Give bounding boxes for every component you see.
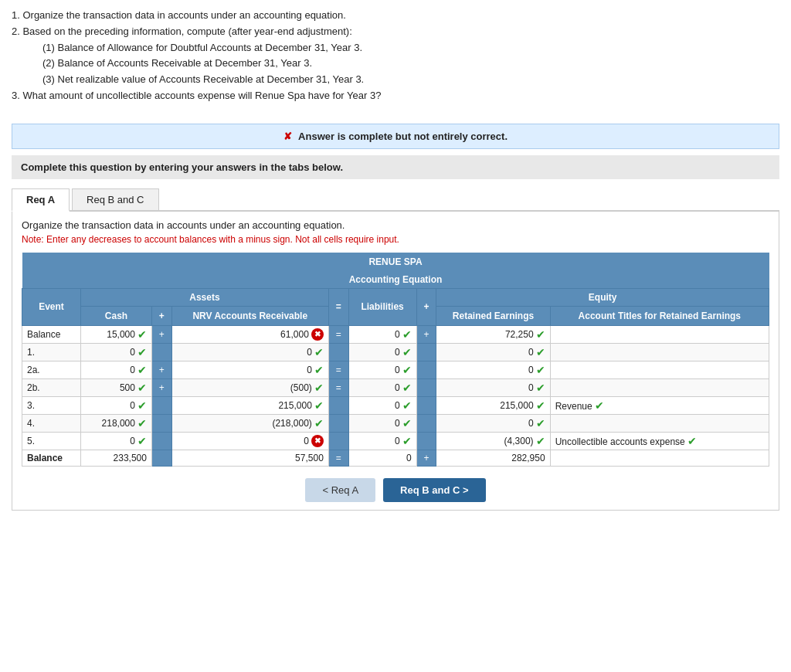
check-green-icon: ✔ [137, 417, 147, 429]
nrv-header: NRV Accounts Receivable [171, 306, 328, 325]
equals-operator: = [328, 361, 348, 378]
equals-operator: = [328, 325, 348, 343]
table-title: RENUE SPA [22, 253, 769, 271]
assets-header: Assets [81, 288, 329, 306]
check-green-icon: ✔ [536, 382, 545, 394]
plus1-operator [151, 396, 171, 414]
equals-operator [328, 414, 348, 432]
plus2-operator [416, 396, 436, 414]
equity-header: Equity [436, 288, 769, 306]
cash-cell: 500✔ [81, 378, 152, 396]
liabilities-cell: 0 [348, 450, 416, 466]
plus1-operator: + [151, 361, 171, 378]
instruction-1: 1. Organize the transaction data in acco… [12, 8, 779, 24]
account-title-cell: Uncollectible accounts expense ✔ [550, 432, 769, 450]
forward-button[interactable]: Req B and C > [383, 478, 486, 502]
tab-req-b-c[interactable]: Req B and C [72, 188, 158, 210]
tab-content: Organize the transaction data in account… [12, 212, 779, 511]
plus2-operator [416, 343, 436, 361]
retained-earnings-cell: 0✔ [436, 361, 550, 378]
event-cell: Balance [22, 450, 81, 466]
liabilities-cell: 0✔ [348, 396, 416, 414]
back-button[interactable]: < Req A [305, 478, 375, 502]
event-cell: 2a. [22, 361, 81, 378]
check-green-icon: ✔ [137, 399, 147, 412]
table-subtitle: Accounting Equation [22, 271, 769, 289]
nrv-cell: 61,000✖ [171, 325, 328, 343]
cash-cell: 0✔ [81, 432, 152, 450]
retained-header: Retained Earnings [436, 306, 550, 325]
liabilities-cell: 0✔ [348, 378, 416, 396]
table-title-row: RENUE SPA [22, 253, 769, 271]
nrv-cell: 0✔ [171, 343, 328, 361]
liabilities-cell: 0✔ [348, 343, 416, 361]
event-cell: Balance [22, 325, 81, 343]
check-green-icon: ✔ [314, 417, 324, 429]
plus1-operator [151, 414, 171, 432]
note-text: Note: Enter any decreases to account bal… [22, 234, 769, 245]
plus2-operator [416, 378, 436, 396]
nrv-cell: 215,000✔ [171, 396, 328, 414]
retained-earnings-cell: 215,000✔ [436, 396, 550, 414]
check-green-icon: ✔ [402, 364, 412, 376]
check-green-icon: ✔ [137, 364, 147, 376]
event-cell: 5. [22, 432, 81, 450]
retained-earnings-cell: 72,250✔ [436, 325, 550, 343]
complete-text: Complete this question by entering your … [21, 161, 343, 173]
account-titles-header: Account Titles for Retained Earnings [550, 306, 769, 325]
liabilities-cell: 0✔ [348, 361, 416, 378]
tab-req-a[interactable]: Req A [12, 188, 70, 212]
x-circle-icon: ✖ [311, 328, 324, 341]
liabilities-header: Liabilities [348, 288, 416, 325]
instruction-sub2: (2) Balance of Accounts Receivable at De… [42, 56, 779, 72]
check-green-icon: ✔ [137, 435, 147, 447]
equals-header: = [328, 288, 348, 325]
cash-cell: 218,000✔ [81, 414, 152, 432]
check-green-icon: ✔ [536, 435, 545, 447]
event-cell: 2b. [22, 378, 81, 396]
liabilities-cell: 0✔ [348, 414, 416, 432]
table-wrapper: RENUE SPA Accounting Equation Event Asse… [22, 253, 769, 467]
equals-operator [328, 432, 348, 450]
instruction-3: 3. What amount of uncollectible accounts… [12, 88, 779, 104]
check-green-icon: ✔ [314, 382, 324, 394]
liabilities-cell: 0✔ [348, 325, 416, 343]
check-green-icon: ✔ [536, 346, 545, 358]
x-circle-icon: ✖ [311, 435, 324, 447]
check-green-icon: ✔ [402, 417, 412, 429]
table-subtitle-row: Accounting Equation [22, 271, 769, 289]
alert-icon: ✘ [283, 131, 292, 142]
cash-cell: 15,000✔ [81, 325, 152, 343]
check-green-icon: ✔ [536, 364, 545, 376]
event-cell: 1. [22, 343, 81, 361]
check-green-icon: ✔ [314, 346, 324, 358]
equals-operator [328, 343, 348, 361]
plus1-operator: + [151, 378, 171, 396]
account-title-cell: Revenue ✔ [550, 396, 769, 414]
check-green-icon: ✔ [137, 328, 147, 341]
event-cell: 4. [22, 414, 81, 432]
nrv-cell: 0✖ [171, 432, 328, 450]
check-green-icon: ✔ [536, 399, 545, 412]
nrv-cell: 57,500 [171, 450, 328, 466]
plus2-operator: + [416, 450, 436, 466]
instruction-sub1: (1) Balance of Allowance for Doubtful Ac… [42, 40, 779, 56]
plus1-operator [151, 450, 171, 466]
organize-text: Organize the transaction data in account… [22, 219, 769, 231]
equals-operator: = [328, 378, 348, 396]
account-title-cell [550, 343, 769, 361]
check-green-icon: ✔ [314, 399, 324, 412]
account-title-cell [550, 414, 769, 432]
accounting-table: RENUE SPA Accounting Equation Event Asse… [22, 253, 769, 467]
instructions: 1. Organize the transaction data in acco… [12, 8, 779, 104]
retained-earnings-cell: 282,950 [436, 450, 550, 466]
account-title-cell [550, 450, 769, 466]
retained-earnings-cell: 0✔ [436, 343, 550, 361]
event-header: Event [22, 288, 81, 325]
cash-cell: 0✔ [81, 361, 152, 378]
cash-cell: 0✔ [81, 343, 152, 361]
check-green-icon: ✔ [402, 346, 412, 358]
alert-box: ✘ Answer is complete but not entirely co… [12, 124, 779, 149]
account-title-cell [550, 361, 769, 378]
plus1-header: + [151, 306, 171, 325]
